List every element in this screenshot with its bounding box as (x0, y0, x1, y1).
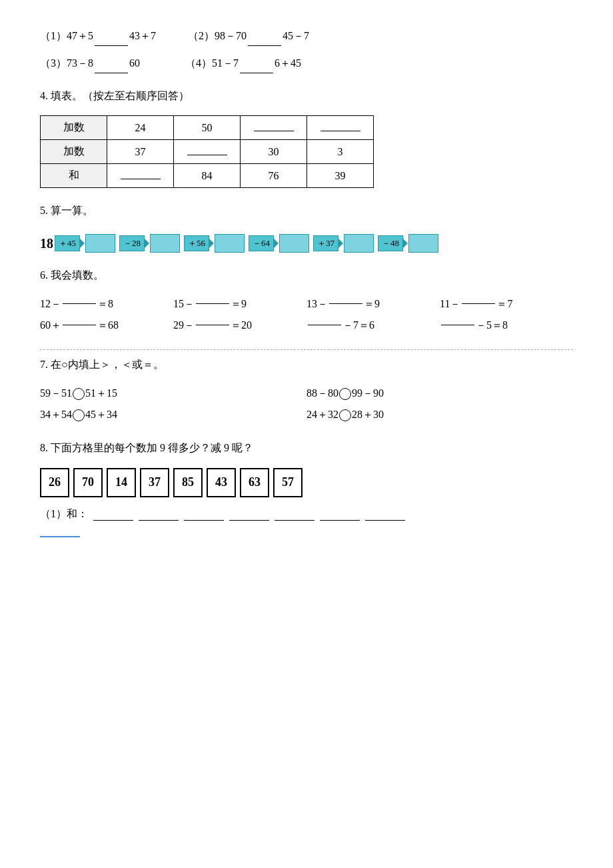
table-r2c1: 37 (107, 140, 174, 164)
answer-diff-line (40, 528, 573, 540)
table-r3c4: 39 (307, 164, 374, 188)
table-r3c1 (107, 164, 174, 188)
num-box-6: 43 (207, 468, 236, 497)
chain-step-3: ＋56 (184, 234, 245, 253)
ans-blank-5 (275, 507, 314, 521)
chain-box-5 (344, 234, 374, 253)
section7-title: 7. 在○内填上＞，＜或＝。 (40, 355, 573, 375)
chain-step-4: －64 (249, 234, 309, 253)
chain-op-6: －48 (378, 235, 403, 251)
section-5: 5. 算一算。 18 ＋45 －28 ＋56 －64 ＋37 －48 (40, 201, 573, 253)
addition-table: 加数 24 50 加数 37 30 3 和 84 76 39 (40, 115, 374, 188)
problem-line-2: （3）73－860 （4）51－76＋45 (40, 54, 573, 73)
table-header-2: 加数 (41, 140, 107, 164)
chain-op-3: ＋56 (184, 235, 209, 251)
number-box-row: 26 70 14 37 85 43 63 57 (40, 468, 573, 497)
table-r1c4 (307, 116, 374, 140)
q3-end: 60 (129, 57, 140, 69)
section-4: 4. 填表。（按左至右顺序回答） 加数 24 50 加数 37 30 3 和 8… (40, 87, 573, 189)
table-header-3: 和 (41, 164, 107, 188)
section4-title: 4. 填表。（按左至右顺序回答） (40, 87, 573, 106)
compare-grid: 59－5151＋15 88－8099－90 34＋5445＋34 24＋3228… (40, 383, 573, 425)
section-1: （1）47＋543＋7 （2）98－7045－7 （3）73－860 （4）51… (40, 27, 573, 73)
chain-step-5: ＋37 (313, 234, 374, 253)
num-box-2: 70 (73, 468, 103, 497)
q4-end: 6＋45 (275, 57, 301, 69)
divider-1 (40, 349, 573, 350)
fill-item-5: 60＋＝68 (40, 315, 173, 336)
table-r1c3 (241, 116, 307, 140)
compare-4: 24＋3228＋30 (306, 404, 573, 425)
chain-step-2: －28 (119, 234, 180, 253)
chain-step-6: －48 (378, 234, 438, 253)
q2-text: （2）98－70 (188, 30, 247, 41)
num-box-8: 57 (273, 468, 303, 497)
chain-box-1 (85, 234, 115, 253)
chain-op-4: －64 (249, 235, 274, 251)
table-r3c2: 84 (174, 164, 241, 188)
ans-blank-2 (139, 507, 179, 521)
chain-start-value: 18 (40, 236, 53, 251)
section5-title: 5. 算一算。 (40, 201, 573, 221)
section-8: 8. 下面方格里的每个数加 9 得多少？减 9 呢？ 26 70 14 37 8… (40, 439, 573, 540)
q1-mid: 43＋7 (129, 30, 156, 41)
table-r1c1: 24 (107, 116, 174, 140)
blue-underline (40, 536, 80, 537)
section-6: 6. 我会填数。 12－＝8 15－＝9 13－＝9 11－＝7 60＋＝68 … (40, 266, 573, 336)
section8-title: 8. 下面方格里的每个数加 9 得多少？减 9 呢？ (40, 439, 573, 458)
q4-text: （4）51－7 (185, 57, 239, 69)
q2-mid: 45－7 (283, 30, 309, 41)
number-chain: 18 ＋45 －28 ＋56 －64 ＋37 －48 (40, 234, 573, 253)
num-box-5: 85 (173, 468, 203, 497)
fill-item-7: －7＝6 (306, 315, 440, 336)
sum-label: （1）和： (40, 507, 88, 521)
chain-step-1: ＋45 (55, 234, 115, 253)
fill-item-4: 11－＝7 (440, 293, 573, 315)
chain-box-2 (150, 234, 180, 253)
chain-op-5: ＋37 (313, 235, 338, 251)
table-header-1: 加数 (41, 116, 107, 140)
q1-text: （1）47＋5 (40, 30, 93, 41)
section6-title: 6. 我会填数。 (40, 266, 573, 285)
ans-blank-1 (93, 507, 133, 521)
chain-op-2: －28 (119, 235, 145, 251)
fill-item-1: 12－＝8 (40, 293, 173, 315)
compare-2: 88－8099－90 (306, 383, 573, 404)
ans-blank-7 (365, 507, 405, 521)
fill-item-3: 13－＝9 (306, 293, 440, 315)
ans-blank-4 (229, 507, 269, 521)
fill-grid: 12－＝8 15－＝9 13－＝9 11－＝7 60＋＝68 29－＝20 －7… (40, 293, 573, 336)
num-box-4: 37 (140, 468, 169, 497)
chain-box-3 (215, 234, 245, 253)
compare-3: 34＋5445＋34 (40, 404, 306, 425)
q3-text: （3）73－8 (40, 57, 93, 69)
num-box-7: 63 (240, 468, 269, 497)
fill-item-2: 15－＝9 (173, 293, 306, 315)
answer-sum-line: （1）和： (40, 507, 573, 521)
section-7: 7. 在○内填上＞，＜或＝。 59－5151＋15 88－8099－90 34＋… (40, 355, 573, 425)
table-r2c4: 3 (307, 140, 374, 164)
num-box-1: 26 (40, 468, 69, 497)
table-r2c2 (174, 140, 241, 164)
ans-blank-3 (184, 507, 224, 521)
table-r3c3: 76 (241, 164, 307, 188)
ans-blank-6 (320, 507, 360, 521)
problem-line-1: （1）47＋543＋7 （2）98－7045－7 (40, 27, 573, 46)
num-box-3: 14 (107, 468, 136, 497)
chain-op-1: ＋45 (55, 235, 80, 251)
fill-item-6: 29－＝20 (173, 315, 306, 336)
chain-box-4 (279, 234, 309, 253)
table-r1c2: 50 (174, 116, 241, 140)
chain-box-6 (408, 234, 438, 253)
table-r2c3: 30 (241, 140, 307, 164)
fill-item-8: －5＝8 (440, 315, 573, 336)
compare-1: 59－5151＋15 (40, 383, 306, 404)
